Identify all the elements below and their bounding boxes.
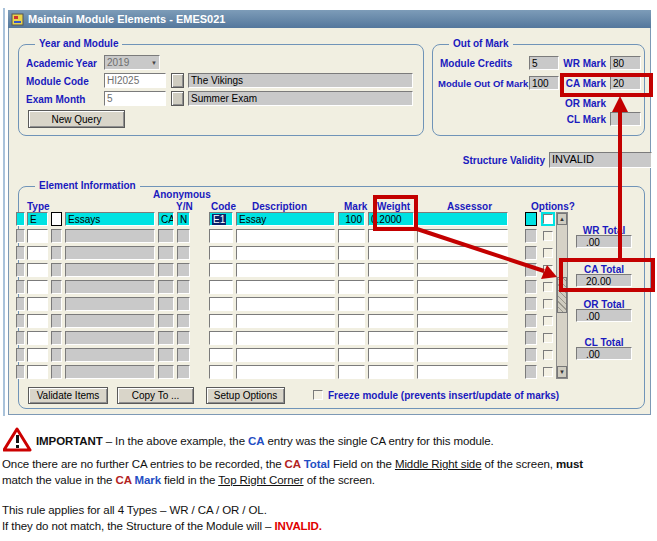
module-code-input[interactable]: HI2025 (104, 73, 166, 88)
type-cell[interactable] (27, 263, 48, 277)
description-cell[interactable] (236, 263, 335, 277)
weight-cell[interactable] (368, 314, 414, 328)
description-cell[interactable] (236, 297, 335, 311)
description-cell[interactable] (236, 331, 335, 345)
mark-cell[interactable] (338, 365, 365, 379)
assessor-cell[interactable] (417, 331, 508, 345)
anonymous-yn-cell[interactable] (177, 246, 190, 260)
anonymous-yn-cell[interactable] (177, 297, 190, 311)
options-button-cell[interactable] (525, 246, 537, 260)
assessor-cell[interactable] (417, 212, 508, 226)
row-selector[interactable] (16, 263, 25, 277)
type-flag-cell[interactable] (51, 348, 62, 362)
type-cell[interactable] (27, 246, 48, 260)
row-selector[interactable] (16, 297, 25, 311)
scroll-up-button[interactable]: ▲ (557, 213, 567, 225)
code-cell[interactable]: E1 (209, 212, 233, 226)
options-button-cell[interactable] (525, 229, 537, 243)
description-cell[interactable] (236, 365, 335, 379)
scroll-down-button[interactable]: ▼ (557, 366, 567, 378)
options-checkbox[interactable] (543, 316, 553, 326)
mark-cell[interactable] (338, 314, 365, 328)
row-selector[interactable] (16, 348, 25, 362)
anonymous-yn-cell[interactable] (177, 280, 190, 294)
code-cell[interactable] (209, 263, 233, 277)
row-selector[interactable] (16, 314, 25, 328)
row-selector[interactable] (16, 229, 25, 243)
row-selector[interactable] (16, 246, 25, 260)
assessor-cell[interactable] (417, 280, 508, 294)
description-cell[interactable] (236, 246, 335, 260)
type-cell[interactable] (27, 365, 48, 379)
code-cell[interactable] (209, 348, 233, 362)
description-cell[interactable] (236, 314, 335, 328)
anonymous-yn-cell[interactable] (177, 263, 190, 277)
code-cell[interactable] (209, 314, 233, 328)
options-checkbox[interactable] (543, 333, 553, 343)
mark-cell[interactable] (338, 263, 365, 277)
options-checkbox[interactable] (543, 214, 553, 224)
type-flag-cell[interactable] (51, 246, 62, 260)
type-flag-cell[interactable] (51, 229, 62, 243)
mark-cell[interactable] (338, 297, 365, 311)
assessor-cell[interactable] (417, 297, 508, 311)
weight-cell[interactable] (368, 246, 414, 260)
options-button-cell[interactable] (525, 263, 537, 277)
weight-cell[interactable] (368, 263, 414, 277)
options-button-cell[interactable] (525, 212, 537, 226)
code-cell[interactable] (209, 297, 233, 311)
weight-cell[interactable] (368, 331, 414, 345)
type-flag-cell[interactable] (51, 280, 62, 294)
mark-cell[interactable] (338, 331, 365, 345)
code-cell[interactable] (209, 365, 233, 379)
weight-cell[interactable] (368, 280, 414, 294)
options-checkbox[interactable] (543, 231, 553, 241)
anonymous-yn-cell[interactable]: N (177, 212, 190, 226)
anonymous-yn-cell[interactable] (177, 348, 190, 362)
grid-scrollbar[interactable]: ▲ ▼ (556, 212, 568, 379)
assessor-cell[interactable] (417, 365, 508, 379)
weight-cell[interactable]: 0.2000 (368, 212, 414, 226)
description-cell[interactable] (236, 229, 335, 243)
mark-cell[interactable] (338, 348, 365, 362)
description-cell[interactable] (236, 348, 335, 362)
assessor-cell[interactable] (417, 314, 508, 328)
options-checkbox[interactable] (543, 265, 553, 275)
mark-cell[interactable] (338, 246, 365, 260)
row-selector[interactable] (16, 280, 25, 294)
options-checkbox[interactable] (543, 367, 553, 377)
options-checkbox[interactable] (543, 248, 553, 258)
type-cell[interactable] (27, 314, 48, 328)
anonymous-yn-cell[interactable] (177, 365, 190, 379)
type-flag-cell[interactable] (51, 212, 62, 226)
validate-items-button[interactable]: Validate Items (28, 387, 108, 404)
type-flag-cell[interactable] (51, 297, 62, 311)
new-query-button[interactable]: New Query (28, 110, 125, 128)
code-cell[interactable] (209, 280, 233, 294)
options-checkbox[interactable] (543, 350, 553, 360)
exam-month-input[interactable]: 5 (104, 91, 166, 106)
row-selector[interactable] (16, 212, 25, 226)
type-cell[interactable] (27, 348, 48, 362)
assessor-cell[interactable] (417, 229, 508, 243)
type-cell[interactable] (27, 331, 48, 345)
description-cell[interactable]: Essay (236, 212, 335, 226)
exam-month-lov-button[interactable] (171, 91, 184, 106)
type-cell[interactable] (27, 229, 48, 243)
options-checkbox[interactable] (543, 299, 553, 309)
type-flag-cell[interactable] (51, 314, 62, 328)
row-selector[interactable] (16, 365, 25, 379)
window-titlebar[interactable]: Maintain Module Elements - EMES021 (8, 10, 651, 28)
assessor-cell[interactable] (417, 263, 508, 277)
type-flag-cell[interactable] (51, 263, 62, 277)
weight-cell[interactable] (368, 348, 414, 362)
options-button-cell[interactable] (525, 365, 537, 379)
code-cell[interactable] (209, 331, 233, 345)
code-cell[interactable] (209, 229, 233, 243)
options-checkbox[interactable] (543, 282, 553, 292)
copy-to-button[interactable]: Copy To ... (117, 387, 194, 404)
type-cell[interactable]: E (27, 212, 48, 226)
setup-options-button[interactable]: Setup Options (206, 387, 285, 404)
type-flag-cell[interactable] (51, 331, 62, 345)
scroll-thumb[interactable] (557, 277, 567, 313)
